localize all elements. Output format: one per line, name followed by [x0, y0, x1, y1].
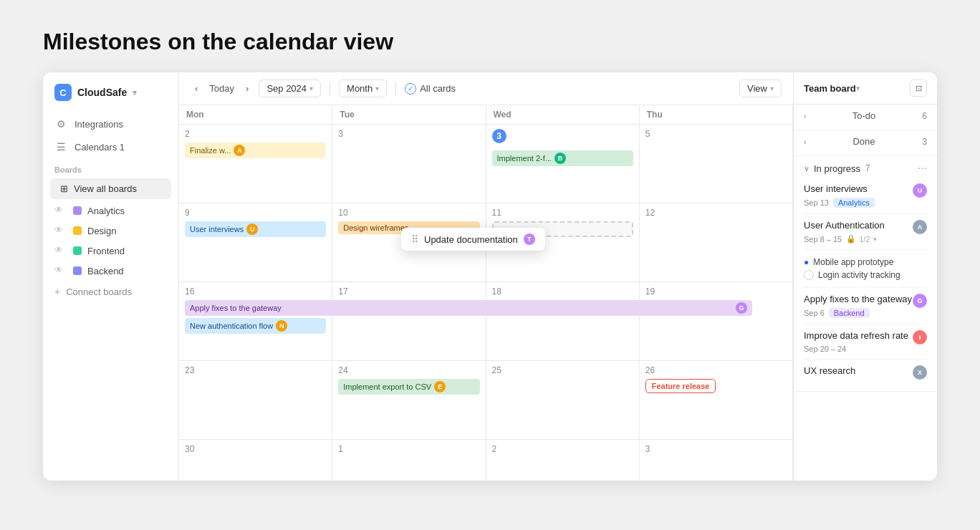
feature-release-btn[interactable]: Feature release [645, 379, 716, 393]
day-num-18: 18 [492, 286, 633, 297]
all-cards-label: All cards [420, 83, 456, 94]
todo-label: To-do [852, 110, 876, 121]
plus-icon: + [54, 286, 60, 297]
card-avatar-improve: I [913, 330, 927, 344]
cal-event-finalize[interactable]: Finalize w... A [185, 143, 326, 158]
connect-boards-btn[interactable]: + Connect boards [43, 281, 178, 302]
right-panel-header: Team board ▾ ⊡ [794, 72, 937, 105]
checklist-mobile: ● Mobile app prototype [804, 256, 927, 269]
day-num-10: 10 [338, 208, 479, 218]
day-num-26: 26 [645, 365, 787, 375]
cal-cell-25: 25 [486, 361, 640, 439]
day-num-oct1: 1 [338, 444, 479, 454]
cal-cell-wed-3: 3 Implement 2-f... B [486, 125, 640, 203]
mobile-proto-label: Mobile app prototype [813, 257, 893, 267]
card-title-apply-fixes: Apply fixes to the gateway [804, 294, 912, 304]
sidebar-item-backend[interactable]: 👁 Backend [43, 261, 178, 281]
cal-event-export-csv[interactable]: Implement export to CSV E [338, 379, 479, 395]
sidebar-logo[interactable]: C CloudSafe ▾ [43, 84, 178, 112]
next-btn[interactable]: › [241, 81, 253, 96]
logo-icon: C [54, 84, 72, 101]
prev-btn[interactable]: ‹ [191, 81, 202, 96]
view-chevron-icon: ▾ [770, 85, 774, 92]
grid-icon: ⊞ [60, 183, 68, 194]
team-board-label[interactable]: Team board [804, 83, 856, 94]
cal-cell-23: 23 [179, 361, 332, 439]
drag-tooltip-avatar: T [524, 233, 535, 245]
frontend-label: Frontend [87, 246, 125, 256]
cal-event-apply-fixes[interactable]: Apply fixes to the gateway G [185, 300, 752, 316]
team-board-chevron: ▾ [856, 84, 860, 93]
sidebar-item-design[interactable]: 👁 Design [43, 221, 178, 241]
panel-expand-btn[interactable]: ⊡ [910, 80, 927, 97]
frontend-color-dot [73, 246, 82, 255]
event-text-new-auth: New authentication flow [190, 322, 273, 330]
today-btn[interactable]: Today [205, 81, 239, 96]
card-avatar-user-auth: A [913, 220, 927, 234]
inprogress-more-btn[interactable]: ··· [918, 162, 927, 175]
done-section-header[interactable]: › Done 3 [804, 136, 927, 147]
all-cards-check-icon: ✓ [405, 83, 416, 95]
app-container: C CloudSafe ▾ ⚙ Integrations ☰ Calendars… [43, 72, 937, 481]
done-label: Done [852, 136, 875, 147]
cal-cell-30: 30 [179, 440, 332, 481]
cal-event-implement[interactable]: Implement 2-f... B [492, 150, 633, 166]
cal-cell-oct1: 1 [332, 440, 486, 481]
card-tag-user-int[interactable]: Analytics [833, 198, 875, 208]
cal-week-1: 2 Finalize w... A 3 3 I [179, 125, 793, 203]
drag-tooltip-text: Update documentation [424, 234, 518, 245]
day-num-24: 24 [338, 365, 479, 375]
card-title-user-auth: User Authentication [804, 220, 885, 231]
panel-card-user-interviews: User interviews U Sep 13 Analytics [804, 178, 927, 214]
month-label: Month [347, 83, 373, 94]
calendar-grid: Mon Tue Wed Thu 2 Finalize w... A [179, 105, 793, 481]
expand-toggle-inprogress: ∨ [804, 164, 810, 173]
day-num-2: 2 [185, 129, 326, 139]
sidebar-item-analytics[interactable]: 👁 Analytics [43, 201, 178, 221]
view-btn[interactable]: View ▾ [739, 80, 782, 97]
check-done-mobile: ● [804, 257, 809, 267]
cal-event-user-interviews[interactable]: User interviews U [185, 221, 326, 237]
main-calendar-area: ‹ Today › Sep 2024 ▾ Month ▾ ✓ All cards [179, 72, 794, 481]
connect-boards-label: Connect boards [66, 286, 132, 297]
cal-cell-18: 18 [486, 282, 640, 360]
cal-header-wed: Wed [486, 105, 640, 124]
cal-header-tue: Tue [332, 105, 486, 124]
event-avatar-user-int: U [246, 223, 258, 235]
cal-event-new-auth[interactable]: New authentication flow N [185, 318, 326, 334]
day-num-23: 23 [185, 365, 326, 375]
inprogress-count: 7 [865, 163, 870, 173]
view-label: View [747, 83, 767, 94]
card-title-improve-data: Improve data refresh rate [804, 330, 908, 341]
sidebar-item-calendars[interactable]: ☰ Calendars 1 [43, 135, 178, 158]
cal-week-5: 30 1 2 3 [179, 440, 793, 481]
card-tag-apply[interactable]: Backend [829, 308, 870, 318]
event-text: Finalize w... [190, 146, 231, 155]
todo-count: 6 [922, 111, 927, 121]
view-all-boards-btn[interactable]: ⊞ View all boards [50, 178, 171, 199]
eye-icon-backend: 👁 [54, 265, 66, 276]
all-cards-filter[interactable]: ✓ All cards [405, 83, 456, 95]
integrations-icon: ⚙ [54, 117, 67, 130]
page-title: Milestones on the calendar view [43, 29, 937, 55]
day-num-today: 3 [492, 129, 506, 143]
panel-card-user-auth: User Authentication A Sep 8 – 15 🔒 1/2 ▾ [804, 214, 927, 250]
card-avatar-ux: X [913, 365, 927, 380]
subtask-count: 1/2 [859, 235, 870, 244]
card-title-ux-research: UX research [804, 365, 855, 376]
date-picker-btn[interactable]: Sep 2024 ▾ [259, 80, 321, 97]
month-view-btn[interactable]: Month ▾ [339, 80, 387, 97]
sidebar-item-integrations[interactable]: ⚙ Integrations [43, 112, 178, 135]
calendar-header-row: Mon Tue Wed Thu [179, 105, 793, 125]
card-meta-user-int: Sep 13 Analytics [804, 198, 927, 208]
event-text-export-csv: Implement export to CSV [343, 382, 431, 391]
inprogress-section-header[interactable]: ∨ In progress 7 ··· [804, 162, 927, 175]
right-panel: Team board ▾ ⊡ › To-do 6 › Done 3 [794, 72, 937, 481]
done-count: 3 [922, 137, 927, 147]
calendar-toolbar: ‹ Today › Sep 2024 ▾ Month ▾ ✓ All cards [179, 72, 793, 105]
day-num-17: 17 [338, 286, 479, 297]
date-chevron-icon: ▾ [309, 85, 313, 92]
sidebar-item-frontend[interactable]: 👁 Frontend [43, 241, 178, 261]
day-num-30: 30 [185, 444, 326, 454]
todo-section-header[interactable]: › To-do 6 [804, 110, 927, 121]
